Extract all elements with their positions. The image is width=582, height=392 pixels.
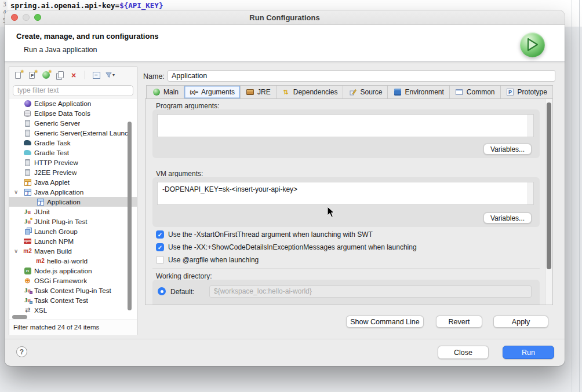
tree-item-label: Launch NPM — [34, 237, 74, 246]
tree-item-label: Generic Server(External Launc — [34, 129, 128, 137]
tab-label: Environment — [405, 88, 443, 96]
tree-item-label: OSGi Framework — [34, 277, 87, 285]
checkbox-row-use-the-xx-showcodedetailsinexceptionmes: ✓Use the -XX:+ShowCodeDetailsInException… — [156, 242, 417, 252]
tree-vertical-scrollbar[interactable] — [128, 122, 132, 310]
unchecked-checkbox[interactable] — [156, 256, 164, 264]
tab-prototype[interactable]: PPrototype — [501, 86, 553, 98]
tree-item-junit-plug-in-test[interactable]: JuJUnit Plug-in Test — [9, 217, 137, 226]
checked-checkbox[interactable]: ✓ — [156, 243, 164, 251]
jre-icon — [246, 88, 254, 96]
tree-item-gradle-task[interactable]: Gradle Task — [9, 138, 137, 148]
tree-item-xsl[interactable]: ⇄XSL — [9, 305, 137, 314]
tree-item-java-application[interactable]: ∨JJava Application — [9, 187, 137, 197]
server-icon — [23, 129, 32, 137]
xsl-icon: ⇄ — [23, 306, 32, 314]
dialog-titlebar[interactable]: Run Configurations — [5, 10, 565, 25]
tab-jre[interactable]: JRE — [241, 86, 277, 98]
tab-dependencies[interactable]: ⇅Dependencies — [277, 86, 344, 98]
tab-main[interactable]: Main — [147, 86, 184, 98]
filter-input[interactable] — [13, 85, 133, 96]
tree-item-label: Application — [47, 198, 81, 206]
line-number: 3 — [0, 0, 6, 8]
npm-icon: npm — [23, 237, 32, 246]
tree-item-launch-npm[interactable]: npmLaunch NPM — [9, 236, 137, 246]
tree-item-label: Eclipse Application — [34, 100, 91, 108]
close-button[interactable]: Close — [438, 346, 489, 359]
name-input[interactable] — [168, 70, 555, 82]
section-divider — [152, 268, 540, 269]
help-button[interactable]: ? — [16, 346, 27, 357]
tab-label: Prototype — [518, 88, 547, 96]
tree-item-label: HTTP Preview — [34, 159, 78, 167]
java-applet-icon: J — [23, 178, 32, 186]
tree-item-launch-group[interactable]: Launch Group — [9, 226, 137, 236]
footer-divider — [5, 339, 565, 339]
export-configurations-icon[interactable]: ★ — [41, 71, 50, 80]
arguments-icon: (x)= — [190, 88, 198, 96]
duplicate-icon[interactable] — [55, 71, 64, 80]
tree-item-generic-server[interactable]: Generic Server — [9, 118, 137, 128]
tree-item-label: Generic Server — [34, 119, 80, 127]
chevron-down-icon[interactable]: ∨ — [14, 187, 18, 197]
run-button[interactable]: Run — [503, 346, 554, 359]
tree-item-node-js-application[interactable]: nNode.js application — [9, 266, 137, 276]
task-context-plugin-icon: Ju — [23, 287, 32, 295]
tree-item-label: XSL — [34, 306, 47, 314]
tree-item-maven-build[interactable]: ∨m2Maven Build — [9, 246, 137, 256]
working-directory-input[interactable]: ${workspace_loc:hello-ai-world} — [209, 285, 532, 298]
tree-horizontal-scrollbar[interactable] — [9, 314, 137, 320]
collapse-all-icon[interactable]: − — [92, 71, 101, 80]
content-scrollbar-track[interactable] — [545, 99, 552, 305]
tab-common[interactable]: Common — [450, 86, 501, 98]
revert-button[interactable]: Revert — [436, 316, 482, 328]
program-arguments-input[interactable] — [157, 114, 534, 137]
tree-item-label: JUnit Plug-in Test — [34, 218, 88, 226]
tree-item-j2ee-preview[interactable]: J2EE Preview — [9, 167, 137, 177]
tree-item-label: Java Application — [34, 188, 83, 196]
tree-item-task-context-test[interactable]: JuTask Context Test — [9, 295, 137, 305]
zoom-window-button[interactable] — [34, 14, 41, 21]
tree-item-application[interactable]: JApplication — [9, 197, 137, 207]
filter-icon[interactable]: ▾ — [106, 71, 115, 80]
traffic-lights — [11, 14, 41, 21]
config-tree: Eclipse ApplicationEclipse Data ToolsGen… — [9, 98, 137, 314]
tab-arguments[interactable]: (x)=Arguments — [184, 86, 241, 98]
tree-item-gradle-test[interactable]: Gradle Test — [9, 148, 137, 157]
vm-arguments-input[interactable]: -DOPENAPI_KEY=sk-<insert-your-api-key> — [157, 182, 534, 205]
tab-source[interactable]: Source — [343, 86, 388, 98]
show-command-line-button[interactable]: Show Command Line — [346, 316, 424, 328]
delete-icon[interactable]: × — [69, 71, 78, 80]
java-application-icon: J — [23, 188, 32, 196]
tree-item-hello-ai-world[interactable]: m2hello-ai-world — [9, 256, 137, 266]
new-prototype-icon[interactable]: P★ — [27, 71, 37, 80]
checked-checkbox[interactable]: ✓ — [156, 230, 164, 239]
mouse-cursor — [327, 206, 336, 221]
default-radio-label: Default: — [170, 288, 194, 296]
apply-button[interactable]: Apply — [493, 316, 548, 328]
tree-item-osgi-framework[interactable]: ⊕OSGi Framework — [9, 276, 137, 285]
default-radio[interactable] — [158, 287, 166, 295]
tree-item-java-applet[interactable]: JJava Applet — [9, 177, 137, 187]
program-arguments-variables-button[interactable]: Variables... — [483, 144, 532, 155]
tree-item-eclipse-data-tools[interactable]: Eclipse Data Tools — [9, 108, 137, 118]
task-context-icon: Ju — [23, 296, 32, 305]
filter-status: Filter matched 24 of 24 items — [9, 320, 137, 335]
tree-item-label: hello-ai-world — [47, 257, 88, 265]
chevron-down-icon[interactable]: ∨ — [14, 246, 18, 256]
tree-item-generic-server-external-launc[interactable]: Generic Server(External Launc — [9, 128, 137, 138]
tree-item-http-preview[interactable]: HTTP Preview — [9, 157, 137, 167]
tree-item-task-context-plug-in-test[interactable]: JuTask Context Plug-in Test — [9, 285, 137, 295]
content-scrollbar-thumb[interactable] — [547, 102, 551, 269]
server-icon — [23, 168, 32, 177]
maven-icon: m2 — [23, 247, 32, 255]
new-configuration-icon[interactable]: ★ — [13, 71, 23, 80]
tab-environment[interactable]: Environment — [388, 86, 449, 98]
config-tabbar: Main(x)=ArgumentsJRE⇅DependenciesSourceE… — [146, 85, 553, 98]
close-window-button[interactable] — [11, 14, 18, 21]
vm-arguments-variables-button[interactable]: Variables... — [483, 213, 532, 224]
tree-item-junit[interactable]: JuJUnit — [9, 207, 137, 217]
tree-item-eclipse-application[interactable]: Eclipse Application — [9, 98, 137, 108]
scrollbar-thumb[interactable] — [12, 315, 27, 319]
tree-item-label: Task Context Test — [34, 296, 88, 305]
tab-label: Source — [360, 88, 382, 96]
